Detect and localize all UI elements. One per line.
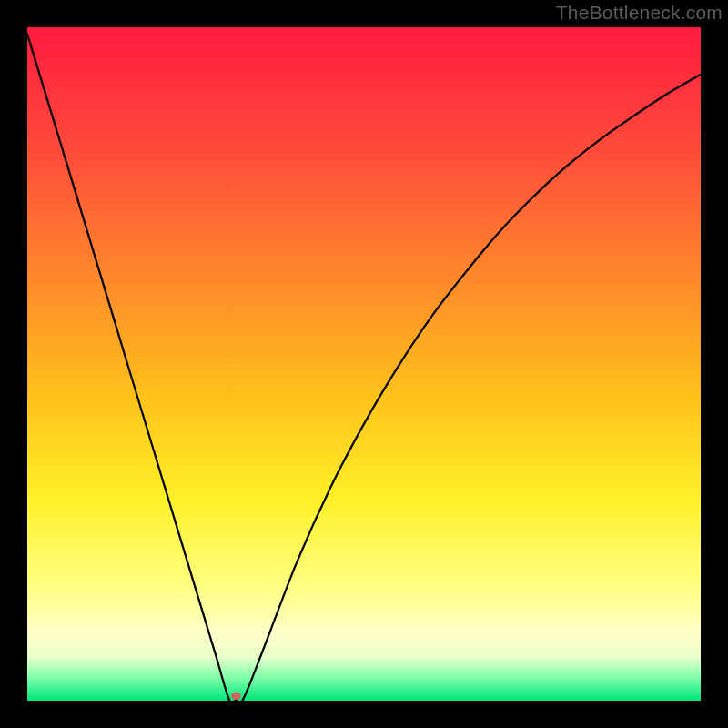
watermark-text: TheBottleneck.com <box>556 2 723 24</box>
plot-area <box>27 27 701 701</box>
chart-frame: TheBottleneck.com <box>0 0 728 728</box>
optimal-point-marker <box>231 693 241 700</box>
bottleneck-chart <box>27 27 701 701</box>
